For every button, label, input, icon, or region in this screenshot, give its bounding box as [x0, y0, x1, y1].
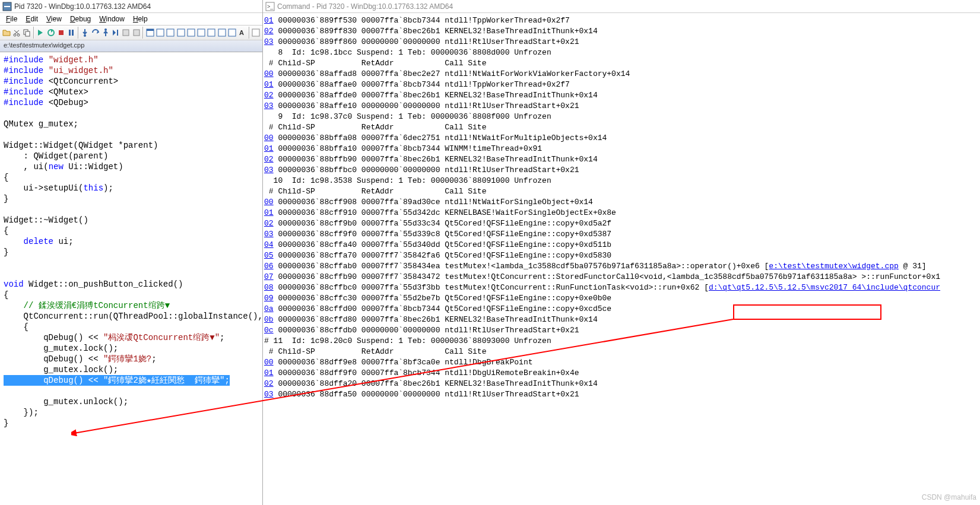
command-title: Command - Pid 7320 - WinDbg:10.0.17763.1… — [277, 2, 453, 11]
command-line: 06 00000036`88cffab0 00007ff7`358434ea t… — [264, 261, 979, 272]
frame-link[interactable]: 02 — [264, 91, 274, 100]
command-line: 03 00000036`88cff9f0 00007ffa`55d339c8 Q… — [264, 229, 979, 240]
main-title-bar: Pid 7320 - WinDbg:10.0.17763.132 AMD64 — [0, 0, 262, 13]
tool-btn-icon[interactable] — [121, 26, 131, 39]
frame-link[interactable]: 01 — [264, 208, 274, 217]
frame-link[interactable]: 03 — [264, 230, 274, 239]
tool-sep — [78, 27, 79, 39]
command-line: 03 00000036`88dffa50 00000000`00000000 n… — [264, 389, 979, 400]
tool-options-icon[interactable] — [251, 26, 261, 39]
menu-file[interactable]: File — [2, 14, 21, 24]
svg-rect-26 — [252, 29, 259, 36]
frame-link[interactable]: 00 — [264, 69, 274, 78]
tool-window-icon[interactable] — [207, 26, 217, 39]
command-line: # 11 Id: 1c98.20c0 Suspend: 1 Teb: 00000… — [264, 336, 979, 347]
svg-rect-9 — [72, 30, 74, 36]
tool-break-icon[interactable] — [66, 26, 77, 39]
command-line: 02 00000036`889ff830 00007ffa`8bec26b1 K… — [264, 26, 979, 37]
frame-link[interactable]: 08 — [264, 283, 274, 292]
frame-link[interactable]: 0c — [264, 326, 274, 335]
tool-window-icon[interactable] — [145, 26, 155, 39]
tool-sep — [249, 27, 250, 39]
menu-view[interactable]: View — [43, 14, 65, 24]
frame-link[interactable]: 09 — [264, 294, 274, 303]
frame-link[interactable]: 01 — [264, 16, 274, 25]
svg-rect-20 — [188, 29, 195, 36]
tool-go-icon[interactable] — [36, 26, 46, 39]
frame-link[interactable]: 03 — [264, 166, 274, 174]
tool-restart-icon[interactable] — [46, 26, 56, 39]
command-line: # Child-SP RetAddr Call Site — [264, 122, 979, 133]
tool-window-icon[interactable] — [196, 26, 207, 39]
frame-link[interactable]: 06 — [264, 262, 274, 271]
frame-link[interactable]: 00 — [264, 134, 274, 142]
frame-link[interactable]: 02 — [264, 27, 274, 36]
frame-link[interactable]: 02 — [264, 219, 274, 228]
tool-copy-icon[interactable] — [22, 26, 32, 39]
command-panel: >_ Command - Pid 7320 - WinDbg:10.0.1776… — [263, 0, 980, 505]
tool-window-icon[interactable] — [166, 26, 176, 39]
frame-link[interactable]: 01 — [264, 80, 274, 89]
command-output[interactable]: 01 00000036`889ff530 00007ffa`8bcb7344 n… — [263, 13, 980, 505]
tool-stepinto-icon[interactable] — [80, 26, 90, 39]
svg-rect-12 — [117, 30, 118, 36]
frame-link[interactable]: 02 — [264, 379, 274, 388]
frame-link[interactable]: 00 — [264, 358, 274, 367]
frame-link[interactable]: 05 — [264, 251, 274, 260]
tool-window-icon[interactable] — [227, 26, 237, 39]
tool-font-icon[interactable]: A — [237, 26, 248, 39]
tool-open-icon[interactable] — [1, 26, 11, 39]
source-code[interactable]: #include "widget.h" #include "ui_widget.… — [0, 52, 262, 505]
tool-window-icon[interactable] — [176, 26, 186, 39]
menu-edit[interactable]: Edit — [22, 14, 42, 24]
command-line: 03 00000036`889ff860 00000000`00000000 n… — [264, 37, 979, 47]
command-line: 0c 00000036`88cffdb0 00000000`00000000 n… — [264, 325, 979, 336]
command-line: 0b 00000036`88cffd80 00007ffa`8bec26b1 K… — [264, 315, 979, 325]
svg-point-10 — [84, 34, 86, 37]
frame-link[interactable]: 01 — [264, 144, 274, 153]
svg-text:A: A — [239, 29, 244, 36]
tool-btn-icon[interactable] — [131, 26, 141, 39]
toolbar: A — [0, 25, 262, 40]
tool-window-icon[interactable] — [217, 26, 227, 39]
menu-debug[interactable]: Debug — [66, 14, 94, 24]
svg-rect-19 — [177, 29, 185, 36]
tool-stepout-icon[interactable] — [100, 26, 110, 39]
command-line: 00 00000036`88bffa08 00007ffa`6dec2751 n… — [264, 133, 979, 144]
tool-window-icon[interactable] — [156, 26, 166, 39]
command-line: 05 00000036`88cffa70 00007ff7`35842fa6 Q… — [264, 250, 979, 261]
command-line: 02 00000036`88affde0 00007ffa`8bec26b1 K… — [264, 90, 979, 101]
current-line: qDebug() << "鍔犻攣2娆★紝紝関愁 鍔犻攣"; — [4, 375, 230, 386]
frame-link[interactable]: 03 — [264, 37, 274, 46]
frame-link[interactable]: 01 — [264, 369, 274, 377]
watermark: CSDN @mahuifa — [922, 493, 976, 501]
command-line: 00 00000036`88dff9e8 00007ffa`8bf3ca0e n… — [264, 357, 979, 368]
command-line: 09 00000036`88cffc30 00007ffa`55d2be7b Q… — [264, 293, 979, 304]
source-link[interactable]: e:\test\testmutex\widget.cpp — [769, 262, 898, 271]
menu-window[interactable]: Window — [96, 14, 128, 24]
frame-link[interactable]: 03 — [264, 390, 274, 399]
source-link[interactable]: d:\qt\qt5.12.5\5.12.5\msvc2017_64\includ… — [709, 283, 940, 292]
command-line: # Child-SP RetAddr Call Site — [264, 186, 979, 197]
menu-bar: File Edit View Debug Window Help — [0, 13, 262, 25]
tool-stepover-icon[interactable] — [90, 26, 100, 39]
frame-link[interactable]: 00 — [264, 198, 274, 207]
command-line: 07 00000036`88cffb90 00007ff7`35843472 t… — [264, 272, 979, 282]
tool-window-icon[interactable] — [186, 26, 196, 39]
svg-rect-21 — [198, 29, 205, 36]
command-line: 03 00000036`88bffbc0 00000000`00000000 n… — [264, 165, 979, 176]
command-title-bar: >_ Command - Pid 7320 - WinDbg:10.0.1776… — [263, 0, 980, 13]
command-line: 01 00000036`889ff530 00007ffa`8bcb7344 n… — [264, 15, 979, 26]
frame-link[interactable]: 0b — [264, 315, 274, 324]
frame-link[interactable]: 02 — [264, 155, 274, 164]
tool-stop-icon[interactable] — [56, 26, 66, 39]
frame-link[interactable]: 07 — [264, 272, 274, 281]
frame-link[interactable]: 03 — [264, 101, 274, 110]
tool-runto-icon[interactable] — [111, 26, 121, 39]
frame-link[interactable]: 0a — [264, 304, 274, 313]
menu-help[interactable]: Help — [129, 14, 151, 24]
command-line: 00 00000036`88cff908 00007ffa`89ad30ce n… — [264, 197, 979, 208]
svg-rect-22 — [208, 29, 215, 36]
frame-link[interactable]: 04 — [264, 240, 274, 249]
tool-cut-icon[interactable] — [11, 26, 21, 39]
